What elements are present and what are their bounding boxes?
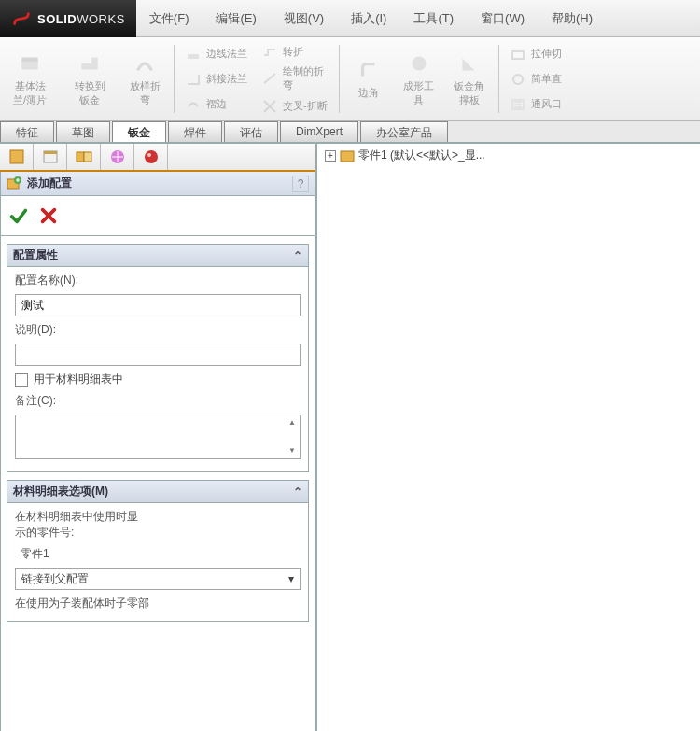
ribbon-miter-flange[interactable]: 斜接法兰 xyxy=(180,70,253,89)
cm-tab-sketch[interactable]: 草图 xyxy=(56,121,110,142)
flyout-feature-tree: + 零件1 (默认<<默认>_显... xyxy=(325,148,693,163)
svg-rect-7 xyxy=(10,150,23,163)
ribbon-bend-group: 转折 绘制的折 弯 交叉-折断 xyxy=(255,37,335,120)
hem-icon xyxy=(186,97,201,112)
ribbon-cross-break[interactable]: 交叉-折断 xyxy=(257,97,333,116)
miter-flange-icon xyxy=(186,72,201,87)
textarea-scroll-down[interactable]: ▼ xyxy=(286,444,299,456)
ribbon-lofted-bend[interactable]: 放样折 弯 xyxy=(119,37,170,120)
svg-rect-10 xyxy=(77,152,84,162)
ribbon-small-label: 褶边 xyxy=(206,97,227,111)
cm-tab-sheetmetal[interactable]: 钣金 xyxy=(112,121,166,142)
graphics-area[interactable]: + 零件1 (默认<<默认>_显... xyxy=(317,144,700,731)
solidworks-logo-icon xyxy=(11,8,32,29)
description-input[interactable] xyxy=(15,344,301,366)
fm-tab-property-manager[interactable] xyxy=(34,144,67,170)
menu-edit[interactable]: 编辑(E) xyxy=(203,0,270,36)
ribbon-small-label: 边线法兰 xyxy=(206,47,247,61)
ribbon-flange-group: 边线法兰 斜接法兰 褶边 xyxy=(178,37,255,120)
bom-link-select[interactable]: 链接到父配置 ▾ xyxy=(15,568,301,590)
jog-icon xyxy=(262,44,277,59)
ribbon-corners[interactable]: 边角 xyxy=(343,37,394,120)
simple-hole-icon xyxy=(511,72,525,87)
cancel-button-icon[interactable] xyxy=(38,205,59,226)
menu-tools[interactable]: 工具(T) xyxy=(400,0,468,36)
ribbon-separator xyxy=(498,45,499,113)
collapse-icon: ⌃ xyxy=(293,249,302,262)
tree-expand-toggle[interactable]: + xyxy=(325,150,336,162)
cross-break-icon xyxy=(262,99,277,114)
use-in-bom-checkbox[interactable] xyxy=(15,373,28,387)
textarea-scroll-up[interactable]: ▲ xyxy=(286,416,299,428)
ribbon-jog[interactable]: 转折 xyxy=(257,42,333,61)
brand-text: SOLIDWORKS xyxy=(37,12,125,26)
svg-rect-1 xyxy=(21,57,37,61)
ribbon-small-label: 斜接法兰 xyxy=(206,72,247,86)
corners-icon xyxy=(357,58,381,82)
config-name-label: 配置名称(N): xyxy=(15,273,301,288)
menu-view[interactable]: 视图(V) xyxy=(271,0,338,36)
main-area: 添加配置 ? 配置属性 ⌃ 配置名称(N): 说明(D): xyxy=(0,144,700,731)
ribbon-convert-sheetmetal[interactable]: 转换到 钣金 xyxy=(60,37,119,120)
ribbon-label: 钣金角 撑板 xyxy=(454,79,484,107)
property-manager-icon xyxy=(42,148,59,165)
command-ribbon: 基体法 兰/薄片 转换到 钣金 放样折 弯 边线法兰 斜接法兰 褶边 转折 绘制… xyxy=(0,37,700,121)
pm-confirm-row xyxy=(0,196,315,236)
ribbon-small-label: 转折 xyxy=(283,45,303,59)
section-header-bom-options[interactable]: 材料明细表选项(M) ⌃ xyxy=(7,480,309,503)
lofted-bend-icon xyxy=(133,51,157,76)
ribbon-label: 成形工 具 xyxy=(403,79,434,107)
svg-point-14 xyxy=(147,153,151,157)
cm-tab-dimxpert[interactable]: DimXpert xyxy=(280,121,358,142)
section-bom-options: 材料明细表选项(M) ⌃ 在材料明细表中使用时显 示的零件号: 零件1 链接到父… xyxy=(7,480,309,622)
section-header-config-properties[interactable]: 配置属性 ⌃ xyxy=(7,244,309,267)
ribbon-hem[interactable]: 褶边 xyxy=(180,95,253,114)
ok-button-icon[interactable] xyxy=(8,205,29,226)
ribbon-small-label: 拉伸切 xyxy=(531,47,562,61)
tree-root-label[interactable]: 零件1 (默认<<默认>_显... xyxy=(358,148,485,163)
chevron-down-icon: ▾ xyxy=(288,572,294,585)
cm-tab-features[interactable]: 特征 xyxy=(0,121,54,142)
svg-point-3 xyxy=(412,56,426,70)
ribbon-label: 放样折 弯 xyxy=(130,79,161,107)
gusset-icon xyxy=(457,51,482,76)
fm-tab-configuration-manager[interactable] xyxy=(67,144,101,170)
section-title: 配置属性 xyxy=(13,247,58,263)
use-in-bom-label: 用于材料明细表中 xyxy=(34,372,123,387)
cm-tab-evaluate[interactable]: 评估 xyxy=(224,121,278,142)
ribbon-small-label: 交叉-折断 xyxy=(283,99,328,113)
menu-help[interactable]: 帮助(H) xyxy=(539,0,607,36)
pm-help-button[interactable]: ? xyxy=(292,176,309,192)
ribbon-separator xyxy=(174,45,175,113)
extrude-cut-icon xyxy=(511,47,525,62)
fm-tab-display-manager[interactable] xyxy=(134,144,168,170)
ribbon-forming-tool[interactable]: 成形工 具 xyxy=(394,37,444,120)
cm-tab-office[interactable]: 办公室产品 xyxy=(360,121,448,142)
ribbon-simple-hole[interactable]: 简单直 xyxy=(505,70,567,89)
ribbon-extrude-cut[interactable]: 拉伸切 xyxy=(505,45,567,63)
forming-tool-icon xyxy=(407,51,431,76)
bom-partno-value: 零件1 xyxy=(15,546,301,562)
comments-textarea[interactable] xyxy=(15,415,301,459)
ribbon-vent[interactable]: 通风口 xyxy=(505,95,567,114)
ribbon-label: 转换到 钣金 xyxy=(75,79,105,107)
menu-insert[interactable]: 插入(I) xyxy=(338,0,400,36)
config-name-input[interactable] xyxy=(15,294,301,316)
svg-rect-17 xyxy=(341,151,354,162)
fm-tab-dimxpert-manager[interactable] xyxy=(101,144,134,170)
property-manager-panel: 添加配置 ? 配置属性 ⌃ 配置名称(N): 说明(D): xyxy=(0,144,317,731)
menu-file[interactable]: 文件(F) xyxy=(136,0,203,36)
menu-window[interactable]: 窗口(W) xyxy=(468,0,539,36)
ribbon-edge-flange[interactable]: 边线法兰 xyxy=(180,45,253,63)
feature-manager-icon-row xyxy=(0,144,315,172)
ribbon-base-flange[interactable]: 基体法 兰/薄片 xyxy=(0,37,60,120)
fm-tab-feature-tree[interactable] xyxy=(0,144,34,170)
ribbon-small-label: 绘制的折 弯 xyxy=(283,64,324,92)
ribbon-sketched-bend[interactable]: 绘制的折 弯 xyxy=(257,63,333,94)
feature-tree-icon xyxy=(8,148,25,165)
use-in-bom-row[interactable]: 用于材料明细表中 xyxy=(15,372,301,387)
cm-tab-weldments[interactable]: 焊件 xyxy=(168,121,222,142)
ribbon-gusset[interactable]: 钣金角 撑板 xyxy=(444,37,495,120)
ribbon-small-label: 简单直 xyxy=(531,72,562,86)
menu-bar: 文件(F) 编辑(E) 视图(V) 插入(I) 工具(T) 窗口(W) 帮助(H… xyxy=(136,0,700,37)
